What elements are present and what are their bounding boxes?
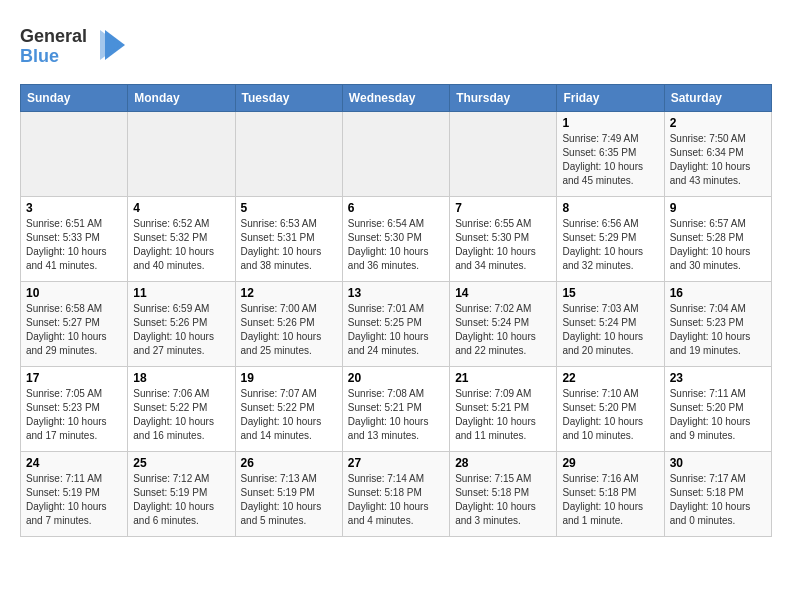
calendar-day-cell: 4Sunrise: 6:52 AM Sunset: 5:32 PM Daylig… [128, 197, 235, 282]
day-info: Sunrise: 7:15 AM Sunset: 5:18 PM Dayligh… [455, 472, 551, 528]
calendar-week-row: 3Sunrise: 6:51 AM Sunset: 5:33 PM Daylig… [21, 197, 772, 282]
calendar-day-cell: 19Sunrise: 7:07 AM Sunset: 5:22 PM Dayli… [235, 367, 342, 452]
calendar-day-cell: 14Sunrise: 7:02 AM Sunset: 5:24 PM Dayli… [450, 282, 557, 367]
day-info: Sunrise: 6:55 AM Sunset: 5:30 PM Dayligh… [455, 217, 551, 273]
calendar-day-cell: 28Sunrise: 7:15 AM Sunset: 5:18 PM Dayli… [450, 452, 557, 537]
day-info: Sunrise: 6:53 AM Sunset: 5:31 PM Dayligh… [241, 217, 337, 273]
calendar-day-cell: 22Sunrise: 7:10 AM Sunset: 5:20 PM Dayli… [557, 367, 664, 452]
calendar-day-cell: 26Sunrise: 7:13 AM Sunset: 5:19 PM Dayli… [235, 452, 342, 537]
day-number: 29 [562, 456, 658, 470]
day-number: 18 [133, 371, 229, 385]
day-info: Sunrise: 7:17 AM Sunset: 5:18 PM Dayligh… [670, 472, 766, 528]
day-info: Sunrise: 7:11 AM Sunset: 5:19 PM Dayligh… [26, 472, 122, 528]
svg-text:General: General [20, 26, 87, 46]
calendar-day-cell: 27Sunrise: 7:14 AM Sunset: 5:18 PM Dayli… [342, 452, 449, 537]
calendar-day-cell: 11Sunrise: 6:59 AM Sunset: 5:26 PM Dayli… [128, 282, 235, 367]
day-of-week-header: Monday [128, 85, 235, 112]
day-of-week-header: Tuesday [235, 85, 342, 112]
calendar-day-cell: 2Sunrise: 7:50 AM Sunset: 6:34 PM Daylig… [664, 112, 771, 197]
day-info: Sunrise: 6:59 AM Sunset: 5:26 PM Dayligh… [133, 302, 229, 358]
day-number: 10 [26, 286, 122, 300]
day-number: 6 [348, 201, 444, 215]
page-header: General Blue [20, 20, 772, 74]
day-number: 9 [670, 201, 766, 215]
calendar-day-cell: 8Sunrise: 6:56 AM Sunset: 5:29 PM Daylig… [557, 197, 664, 282]
day-number: 7 [455, 201, 551, 215]
day-number: 19 [241, 371, 337, 385]
calendar-day-cell [450, 112, 557, 197]
calendar-day-cell: 7Sunrise: 6:55 AM Sunset: 5:30 PM Daylig… [450, 197, 557, 282]
day-info: Sunrise: 7:13 AM Sunset: 5:19 PM Dayligh… [241, 472, 337, 528]
calendar-week-row: 17Sunrise: 7:05 AM Sunset: 5:23 PM Dayli… [21, 367, 772, 452]
day-number: 20 [348, 371, 444, 385]
day-number: 22 [562, 371, 658, 385]
calendar-week-row: 1Sunrise: 7:49 AM Sunset: 6:35 PM Daylig… [21, 112, 772, 197]
day-number: 21 [455, 371, 551, 385]
day-info: Sunrise: 7:06 AM Sunset: 5:22 PM Dayligh… [133, 387, 229, 443]
day-of-week-header: Saturday [664, 85, 771, 112]
calendar-week-row: 24Sunrise: 7:11 AM Sunset: 5:19 PM Dayli… [21, 452, 772, 537]
calendar-day-cell: 29Sunrise: 7:16 AM Sunset: 5:18 PM Dayli… [557, 452, 664, 537]
day-info: Sunrise: 7:10 AM Sunset: 5:20 PM Dayligh… [562, 387, 658, 443]
day-number: 2 [670, 116, 766, 130]
logo: General Blue [20, 20, 130, 74]
day-of-week-header: Wednesday [342, 85, 449, 112]
day-info: Sunrise: 6:52 AM Sunset: 5:32 PM Dayligh… [133, 217, 229, 273]
day-number: 14 [455, 286, 551, 300]
day-number: 28 [455, 456, 551, 470]
day-number: 4 [133, 201, 229, 215]
calendar-day-cell: 12Sunrise: 7:00 AM Sunset: 5:26 PM Dayli… [235, 282, 342, 367]
day-number: 24 [26, 456, 122, 470]
calendar-day-cell: 10Sunrise: 6:58 AM Sunset: 5:27 PM Dayli… [21, 282, 128, 367]
calendar-day-cell: 13Sunrise: 7:01 AM Sunset: 5:25 PM Dayli… [342, 282, 449, 367]
day-info: Sunrise: 7:14 AM Sunset: 5:18 PM Dayligh… [348, 472, 444, 528]
day-number: 13 [348, 286, 444, 300]
day-info: Sunrise: 7:50 AM Sunset: 6:34 PM Dayligh… [670, 132, 766, 188]
calendar-day-cell: 1Sunrise: 7:49 AM Sunset: 6:35 PM Daylig… [557, 112, 664, 197]
calendar-day-cell: 16Sunrise: 7:04 AM Sunset: 5:23 PM Dayli… [664, 282, 771, 367]
day-number: 3 [26, 201, 122, 215]
calendar-day-cell: 30Sunrise: 7:17 AM Sunset: 5:18 PM Dayli… [664, 452, 771, 537]
calendar-day-cell: 25Sunrise: 7:12 AM Sunset: 5:19 PM Dayli… [128, 452, 235, 537]
day-number: 8 [562, 201, 658, 215]
day-info: Sunrise: 7:09 AM Sunset: 5:21 PM Dayligh… [455, 387, 551, 443]
day-info: Sunrise: 7:16 AM Sunset: 5:18 PM Dayligh… [562, 472, 658, 528]
day-number: 1 [562, 116, 658, 130]
day-number: 25 [133, 456, 229, 470]
day-info: Sunrise: 7:12 AM Sunset: 5:19 PM Dayligh… [133, 472, 229, 528]
day-number: 11 [133, 286, 229, 300]
svg-text:Blue: Blue [20, 46, 59, 66]
day-info: Sunrise: 7:07 AM Sunset: 5:22 PM Dayligh… [241, 387, 337, 443]
calendar-day-cell [128, 112, 235, 197]
calendar-day-cell: 24Sunrise: 7:11 AM Sunset: 5:19 PM Dayli… [21, 452, 128, 537]
day-info: Sunrise: 7:11 AM Sunset: 5:20 PM Dayligh… [670, 387, 766, 443]
calendar-day-cell [342, 112, 449, 197]
day-of-week-header: Sunday [21, 85, 128, 112]
day-of-week-header: Friday [557, 85, 664, 112]
day-info: Sunrise: 7:05 AM Sunset: 5:23 PM Dayligh… [26, 387, 122, 443]
calendar-day-cell: 23Sunrise: 7:11 AM Sunset: 5:20 PM Dayli… [664, 367, 771, 452]
calendar-day-cell: 6Sunrise: 6:54 AM Sunset: 5:30 PM Daylig… [342, 197, 449, 282]
calendar-day-cell: 20Sunrise: 7:08 AM Sunset: 5:21 PM Dayli… [342, 367, 449, 452]
day-number: 17 [26, 371, 122, 385]
day-number: 5 [241, 201, 337, 215]
calendar-day-cell: 9Sunrise: 6:57 AM Sunset: 5:28 PM Daylig… [664, 197, 771, 282]
calendar-day-cell: 15Sunrise: 7:03 AM Sunset: 5:24 PM Dayli… [557, 282, 664, 367]
day-number: 27 [348, 456, 444, 470]
day-info: Sunrise: 6:56 AM Sunset: 5:29 PM Dayligh… [562, 217, 658, 273]
calendar-header-row: SundayMondayTuesdayWednesdayThursdayFrid… [21, 85, 772, 112]
logo-text: General Blue [20, 20, 130, 74]
calendar-day-cell: 18Sunrise: 7:06 AM Sunset: 5:22 PM Dayli… [128, 367, 235, 452]
day-info: Sunrise: 7:03 AM Sunset: 5:24 PM Dayligh… [562, 302, 658, 358]
day-info: Sunrise: 7:02 AM Sunset: 5:24 PM Dayligh… [455, 302, 551, 358]
calendar-day-cell: 21Sunrise: 7:09 AM Sunset: 5:21 PM Dayli… [450, 367, 557, 452]
day-number: 23 [670, 371, 766, 385]
calendar-day-cell [235, 112, 342, 197]
day-info: Sunrise: 7:01 AM Sunset: 5:25 PM Dayligh… [348, 302, 444, 358]
day-info: Sunrise: 6:58 AM Sunset: 5:27 PM Dayligh… [26, 302, 122, 358]
day-number: 15 [562, 286, 658, 300]
day-number: 12 [241, 286, 337, 300]
day-number: 30 [670, 456, 766, 470]
day-info: Sunrise: 6:54 AM Sunset: 5:30 PM Dayligh… [348, 217, 444, 273]
calendar-table: SundayMondayTuesdayWednesdayThursdayFrid… [20, 84, 772, 537]
